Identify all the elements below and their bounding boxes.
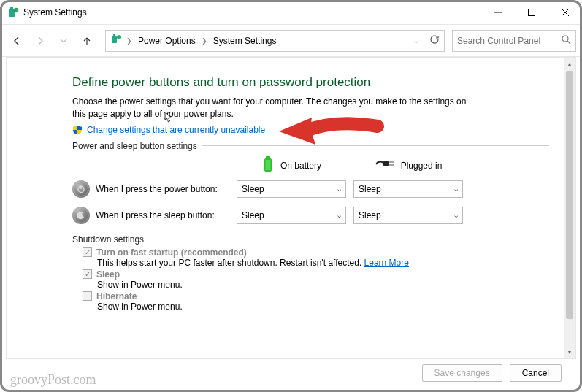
chevron-down-icon: ⌵ [337,212,341,219]
refresh-button[interactable] [429,34,440,47]
on-battery-label: On battery [280,161,321,171]
page-title: Define power buttons and turn on passwor… [72,75,549,90]
power-button-label: When I press the power button: [96,184,218,194]
breadcrumb-power-options[interactable]: Power Options [137,34,197,47]
search-input[interactable] [457,36,562,46]
chevron-down-icon: ⌵ [337,185,341,193]
window-title: System Settings [23,7,87,18]
chevron-down-icon: ⌵ [454,185,458,193]
svg-rect-14 [265,160,270,170]
power-sleep-section-heading: Power and sleep button settings [72,141,549,151]
fast-startup-label: Turn on fast startup (recommended) [96,247,247,258]
fast-startup-checkbox [83,247,92,257]
app-icon [7,7,19,18]
svg-rect-8 [113,34,115,36]
chevron-down-icon: ⌵ [454,212,458,219]
sleep-desc: Show in Power menu. [83,280,549,290]
sleep-button-icon [72,207,90,224]
svg-point-9 [117,35,121,39]
svg-line-11 [567,41,570,44]
plugged-in-label: Plugged in [401,161,443,171]
svg-rect-4 [529,9,535,15]
shutdown-section-heading: Shutdown settings [72,234,549,245]
battery-icon [261,155,275,175]
chevron-right-icon: ❯ [126,37,132,45]
power-button-plugged-select[interactable]: Sleep⌵ [353,180,463,198]
svg-rect-1 [10,7,13,9]
address-bar[interactable]: ❯ Power Options ❯ System Settings ⌵ [105,30,445,52]
up-button[interactable] [76,30,98,52]
scroll-down-button[interactable]: ▾ [564,346,575,358]
learn-more-link[interactable]: Learn More [364,258,409,268]
hibernate-desc: Show in Power menu. [83,301,549,312]
search-icon[interactable] [562,35,571,47]
vertical-scrollbar[interactable]: ▴ ▾ [564,58,575,358]
watermark: groovyPost.com [10,372,96,388]
svg-rect-15 [383,161,389,166]
fast-startup-desc: This helps start your PC faster after sh… [97,258,364,268]
close-button[interactable] [548,0,582,25]
forward-button[interactable] [29,30,51,52]
hibernate-item: Hibernate Show in Power menu. [83,291,549,312]
back-button[interactable] [6,30,28,52]
content-pane: Define power buttons and turn on passwor… [6,57,576,358]
power-button-battery-select[interactable]: Sleep⌵ [237,180,346,198]
svg-rect-13 [266,156,270,158]
hibernate-label: Hibernate [96,291,137,301]
uac-shield-icon [72,125,83,135]
address-dropdown-button[interactable]: ⌵ [414,37,418,45]
save-changes-button[interactable]: Save changes [422,364,502,382]
power-button-row: When I press the power button: Sleep⌵ Sl… [72,176,549,202]
maximize-button[interactable] [515,0,548,25]
sleep-label: Sleep [96,269,120,280]
sleep-checkbox [83,269,92,279]
sleep-button-battery-select[interactable]: Sleep⌵ [237,207,346,224]
svg-point-2 [14,8,18,12]
plug-icon [375,158,395,172]
column-headers: On battery Plugged in [72,155,549,176]
minimize-button[interactable] [481,0,515,25]
change-settings-link[interactable]: Change settings that are currently unava… [87,125,265,135]
cancel-button[interactable]: Cancel [510,364,562,382]
sleep-button-row: When I press the sleep button: Sleep⌵ Sl… [72,202,549,228]
address-icon [110,34,122,47]
navbar: ❯ Power Options ❯ System Settings ⌵ [0,25,582,57]
page-description: Choose the power settings that you want … [72,96,481,120]
chevron-right-icon: ❯ [202,37,207,45]
recent-dropdown-button[interactable] [53,30,74,52]
sleep-button-plugged-select[interactable]: Sleep⌵ [353,207,463,224]
search-box[interactable] [452,30,576,52]
fast-startup-item: Turn on fast startup (recommended) This … [83,247,549,268]
titlebar: System Settings [0,0,582,25]
svg-rect-7 [112,36,117,43]
svg-point-10 [562,36,568,42]
sleep-button-label: When I press the sleep button: [96,210,215,220]
scroll-thumb[interactable] [566,71,573,319]
breadcrumb-system-settings[interactable]: System Settings [212,34,278,47]
sleep-item: Sleep Show in Power menu. [83,269,549,290]
hibernate-checkbox [83,291,92,301]
power-button-icon [72,180,90,198]
scroll-up-button[interactable]: ▴ [564,58,575,69]
